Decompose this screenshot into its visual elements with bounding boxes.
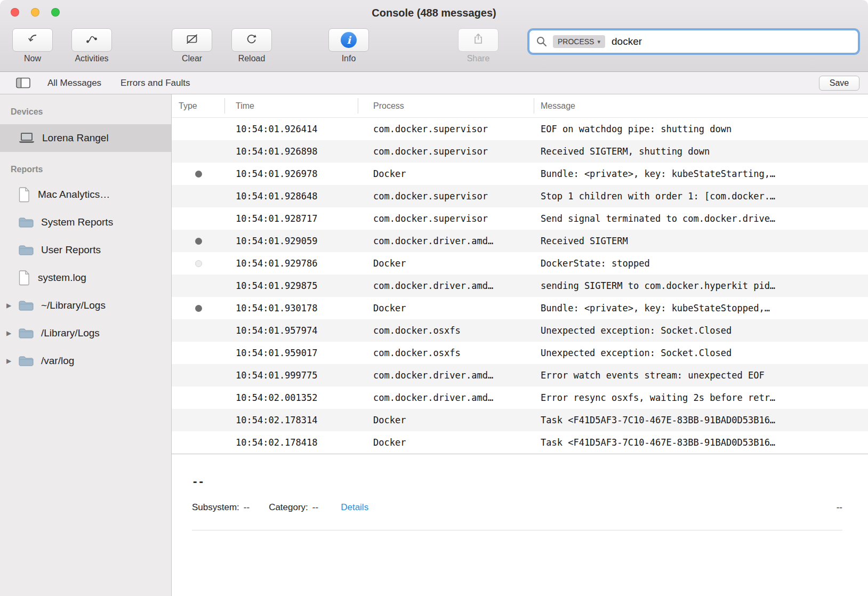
sidebar-section-reports-header: Reports bbox=[0, 163, 171, 176]
log-process: com.docker.osxfs bbox=[358, 348, 534, 358]
detail-right-value: -- bbox=[837, 502, 842, 513]
log-row[interactable]: 10:54:01.957974 com.docker.osxfs Unexpec… bbox=[172, 319, 868, 342]
info-button[interactable]: i Info bbox=[325, 28, 372, 63]
detail-title: -- bbox=[192, 476, 842, 487]
log-message: Task <F41D5AF3-7C10-467E-83BB-91BAD0D53B… bbox=[534, 437, 868, 448]
log-row[interactable]: 10:54:01.959017 com.docker.osxfs Unexpec… bbox=[172, 342, 868, 364]
log-level-dot bbox=[195, 260, 202, 267]
sidebar-item-label: /Library/Logs bbox=[41, 327, 100, 339]
log-row[interactable]: 10:54:01.999775 com.docker.driver.amd… E… bbox=[172, 364, 868, 386]
disclosure-triangle-icon[interactable]: ▶ bbox=[5, 302, 18, 309]
log-row[interactable]: 10:54:01.926414 com.docker.supervisor EO… bbox=[172, 118, 868, 140]
log-row[interactable]: 10:54:02.178314 Docker Task <F41D5AF3-7C… bbox=[172, 409, 868, 431]
sidebar-item-library-logs[interactable]: ▶ /Library/Logs bbox=[0, 319, 171, 347]
log-row[interactable]: 10:54:01.928717 com.docker.supervisor Se… bbox=[172, 207, 868, 230]
sidebar-toggle-button[interactable] bbox=[16, 77, 30, 88]
search-input[interactable] bbox=[610, 35, 851, 48]
log-row[interactable]: 10:54:01.929059 com.docker.driver.amd… R… bbox=[172, 230, 868, 252]
process-filter-token[interactable]: PROCESS ▾ bbox=[553, 35, 605, 48]
log-time: 10:54:01.926898 bbox=[225, 146, 358, 157]
log-table: Type Time Process Message 10:54:01.92641… bbox=[172, 94, 868, 596]
tab-all-messages[interactable]: All Messages bbox=[47, 78, 101, 88]
category-value: -- bbox=[312, 502, 318, 513]
log-process: com.docker.driver.amd… bbox=[358, 392, 534, 403]
log-process: com.docker.supervisor bbox=[358, 124, 534, 134]
folder-icon bbox=[18, 327, 34, 340]
log-row[interactable]: 10:54:01.929786 Docker DockerState: stop… bbox=[172, 252, 868, 275]
log-type-cell bbox=[172, 171, 225, 178]
log-row[interactable]: 10:54:02.178418 Docker Task <F41D5AF3-7C… bbox=[172, 431, 868, 454]
detail-divider bbox=[192, 530, 842, 530]
activities-icon bbox=[85, 33, 99, 47]
reload-button[interactable]: Reload bbox=[229, 28, 274, 63]
folder-icon bbox=[18, 355, 34, 367]
table-header: Type Time Process Message bbox=[172, 94, 868, 118]
log-row[interactable]: 10:54:01.926898 com.docker.supervisor Re… bbox=[172, 140, 868, 163]
now-label: Now bbox=[12, 54, 53, 63]
sidebar-item-mac-analytics[interactable]: Mac Analytics… bbox=[0, 181, 171, 208]
sidebar: Devices Lorena Rangel Reports Mac Analyt… bbox=[0, 94, 172, 596]
log-row[interactable]: 10:54:01.930178 Docker Bundle: <private>… bbox=[172, 297, 868, 319]
log-message: EOF on watchdog pipe: shutting down bbox=[534, 124, 868, 134]
log-message: Unexpected exception: Socket.Closed bbox=[534, 325, 868, 336]
log-row[interactable]: 10:54:01.929875 com.docker.driver.amd… s… bbox=[172, 275, 868, 297]
window-title: Console (488 messages) bbox=[0, 0, 868, 25]
search-field[interactable]: PROCESS ▾ bbox=[529, 30, 858, 53]
laptop-icon bbox=[18, 132, 35, 144]
share-button[interactable]: Share bbox=[454, 28, 502, 63]
log-time: 10:54:02.178418 bbox=[225, 437, 358, 448]
document-icon bbox=[18, 270, 31, 286]
sidebar-item-label: System Reports bbox=[41, 216, 113, 228]
sidebar-item-user-reports[interactable]: User Reports bbox=[0, 236, 171, 264]
clear-icon bbox=[185, 33, 199, 47]
log-time: 10:54:01.929875 bbox=[225, 280, 358, 291]
log-process: com.docker.supervisor bbox=[358, 146, 534, 157]
log-message: Bundle: <private>, key: kubeStateStopped… bbox=[534, 303, 868, 313]
subsystem-label: Subsystem: bbox=[192, 502, 239, 513]
reload-label: Reload bbox=[229, 54, 274, 63]
column-header-message[interactable]: Message bbox=[534, 94, 868, 117]
log-process: com.docker.driver.amd… bbox=[358, 236, 534, 246]
sidebar-item-user-library-logs[interactable]: ▶ ~/Library/Logs bbox=[0, 292, 171, 319]
sidebar-item-label: ~/Library/Logs bbox=[41, 300, 106, 311]
log-message: Received SIGTERM bbox=[534, 236, 868, 246]
log-level-dot bbox=[195, 305, 202, 312]
sidebar-item-label: Mac Analytics… bbox=[38, 189, 110, 200]
tab-errors-and-faults[interactable]: Errors and Faults bbox=[120, 78, 190, 88]
log-message: Send signal terminated to com.docker.dri… bbox=[534, 213, 868, 224]
log-type-cell bbox=[172, 305, 225, 312]
sidebar-item-lorena-rangel[interactable]: Lorena Rangel bbox=[0, 124, 171, 152]
sidebar-item-var-log[interactable]: ▶ /var/log bbox=[0, 347, 171, 375]
log-message: Received SIGTERM, shutting down bbox=[534, 146, 868, 157]
folder-icon bbox=[18, 299, 34, 312]
log-process: com.docker.osxfs bbox=[358, 325, 534, 336]
log-row[interactable]: 10:54:01.928648 com.docker.supervisor St… bbox=[172, 185, 868, 207]
column-header-type[interactable]: Type bbox=[172, 94, 225, 117]
folder-icon bbox=[18, 216, 34, 229]
now-icon bbox=[26, 33, 39, 47]
sidebar-item-system-log[interactable]: system.log bbox=[0, 264, 171, 292]
column-header-time[interactable]: Time bbox=[225, 94, 358, 117]
console-window: Console (488 messages) Now Activities bbox=[0, 0, 868, 596]
log-process: com.docker.supervisor bbox=[358, 213, 534, 224]
details-link[interactable]: Details bbox=[341, 502, 368, 513]
share-icon bbox=[471, 33, 485, 47]
log-row[interactable]: 10:54:02.001352 com.docker.driver.amd… E… bbox=[172, 386, 868, 409]
log-process: Docker bbox=[358, 415, 534, 425]
log-message: Bundle: <private>, key: kubeStateStartin… bbox=[534, 168, 868, 179]
column-header-process[interactable]: Process bbox=[358, 94, 534, 117]
document-icon bbox=[18, 187, 31, 203]
now-button[interactable]: Now bbox=[12, 28, 53, 63]
log-time: 10:54:02.001352 bbox=[225, 392, 358, 403]
clear-button[interactable]: Clear bbox=[170, 28, 214, 63]
log-time: 10:54:01.928717 bbox=[225, 213, 358, 224]
disclosure-triangle-icon[interactable]: ▶ bbox=[5, 329, 18, 337]
save-button[interactable]: Save bbox=[819, 76, 859, 91]
sidebar-item-system-reports[interactable]: System Reports bbox=[0, 208, 171, 236]
activities-button[interactable]: Activities bbox=[65, 28, 118, 63]
disclosure-triangle-icon[interactable]: ▶ bbox=[5, 357, 18, 365]
log-message: Error resync osxfs, waiting 2s before re… bbox=[534, 392, 868, 403]
sidebar-item-label: Lorena Rangel bbox=[42, 132, 109, 144]
titlebar: Console (488 messages) bbox=[0, 0, 868, 25]
log-row[interactable]: 10:54:01.926978 Docker Bundle: <private>… bbox=[172, 163, 868, 185]
